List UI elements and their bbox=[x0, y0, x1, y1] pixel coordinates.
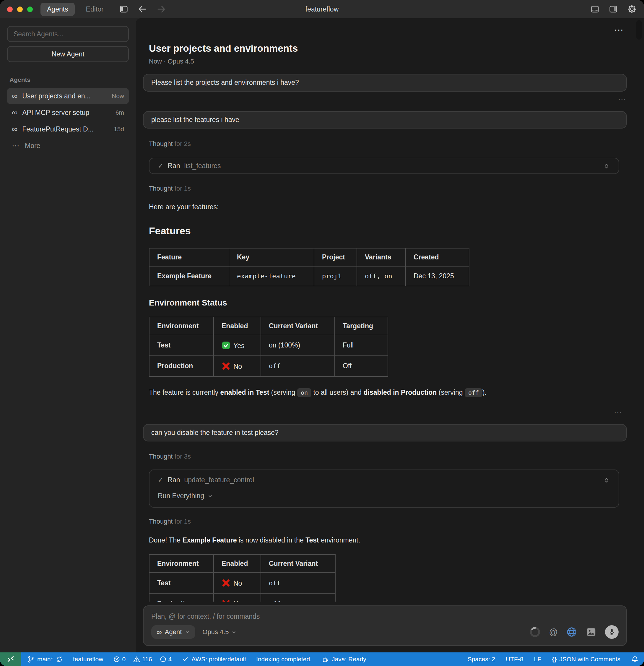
new-agent-button[interactable]: New Agent bbox=[7, 46, 129, 62]
agents-sidebar: Search Agents... New Agent Agents ∞ User… bbox=[0, 18, 136, 652]
aws-profile-status[interactable]: AWS: profile:default bbox=[182, 656, 246, 663]
table-cell: off, on bbox=[357, 266, 406, 286]
tool-name: update_feature_control bbox=[184, 476, 254, 484]
mention-context-icon[interactable]: @ bbox=[549, 627, 558, 637]
scrollbar-thumb[interactable] bbox=[636, 20, 642, 40]
composer-placeholder: Plan, @ for context, / for commands bbox=[151, 613, 619, 620]
run-everything-dropdown[interactable]: Run Everything bbox=[158, 492, 610, 500]
eol-status[interactable]: LF bbox=[534, 656, 541, 663]
table-cell: Test bbox=[149, 335, 214, 356]
check-icon: ✓ bbox=[158, 162, 163, 170]
toggle-right-panel-icon[interactable] bbox=[609, 4, 618, 14]
table-cell: Dec 13, 2025 bbox=[406, 266, 469, 286]
agents-section-label: Agents bbox=[10, 76, 126, 83]
table-cell: example-feature bbox=[229, 266, 314, 286]
forward-arrow-icon[interactable] bbox=[156, 4, 166, 14]
table-cell: Production bbox=[149, 356, 214, 376]
column-header: Targeting bbox=[335, 317, 388, 335]
microphone-button[interactable] bbox=[605, 625, 619, 639]
table-cell: off bbox=[261, 573, 335, 593]
column-header: Key bbox=[229, 248, 314, 266]
close-window-button[interactable] bbox=[7, 6, 13, 12]
user-message: Please list the projects and environment… bbox=[143, 74, 627, 92]
remote-icon bbox=[6, 655, 15, 664]
message-actions-button[interactable]: ⋯ bbox=[143, 95, 627, 100]
table-row: Production No off Off bbox=[149, 356, 388, 376]
search-input[interactable]: Search Agents... bbox=[7, 26, 129, 42]
tab-editor[interactable]: Editor bbox=[79, 3, 110, 16]
features-table: Feature Key Project Variants Created Exa… bbox=[149, 248, 469, 286]
encoding-status[interactable]: UTF-8 bbox=[506, 656, 523, 663]
agent-item-label: FeaturePutRequest D... bbox=[22, 125, 94, 133]
remote-indicator[interactable] bbox=[0, 652, 21, 666]
sidebar-item-more[interactable]: ⋯ More bbox=[7, 138, 129, 154]
thought-label: Thought for 2s bbox=[143, 140, 627, 148]
toggle-panel-icon[interactable] bbox=[590, 4, 600, 14]
table-cell: Production bbox=[149, 593, 214, 601]
back-arrow-icon[interactable] bbox=[137, 4, 147, 14]
notifications-bell-icon[interactable] bbox=[631, 655, 639, 663]
table-cell: proj1 bbox=[314, 266, 357, 286]
gear-icon[interactable] bbox=[627, 4, 637, 14]
git-branch-icon bbox=[27, 656, 35, 663]
sidebar-item-user-projects[interactable]: ∞ User projects and en... Now bbox=[7, 88, 129, 104]
agent-mode-dropdown[interactable]: ∞ Agent bbox=[151, 625, 195, 639]
conversation-menu-button[interactable]: ⋯ bbox=[614, 25, 625, 35]
tab-agents[interactable]: Agents bbox=[40, 3, 75, 16]
table-cell: on (100%) bbox=[261, 335, 335, 356]
infinity-icon: ∞ bbox=[12, 125, 17, 133]
project-name-status[interactable]: featureflow bbox=[73, 656, 103, 663]
expand-collapse-icon[interactable] bbox=[603, 476, 610, 484]
table-cell: No bbox=[214, 593, 261, 601]
zoom-window-button[interactable] bbox=[27, 6, 33, 12]
table-cell: off bbox=[261, 593, 335, 601]
check-icon bbox=[182, 656, 189, 663]
table-row: Example Feature example-feature proj1 of… bbox=[149, 266, 469, 286]
agent-item-time: 6m bbox=[115, 109, 124, 116]
column-header: Current Variant bbox=[261, 317, 335, 335]
table-cell: Test bbox=[149, 573, 214, 593]
minimize-window-button[interactable] bbox=[17, 6, 23, 12]
java-status[interactable]: Java: Ready bbox=[322, 656, 366, 663]
problems-status[interactable]: 0 116 4 bbox=[113, 656, 172, 663]
expand-collapse-icon[interactable] bbox=[603, 162, 610, 170]
sidebar-item-featureputrequest[interactable]: ∞ FeaturePutRequest D... 15d bbox=[7, 121, 129, 137]
git-branch-status[interactable]: main* bbox=[27, 656, 63, 663]
agent-item-label: API MCP server setup bbox=[22, 109, 89, 117]
message-composer[interactable]: Plan, @ for context, / for commands ∞ Ag… bbox=[143, 606, 627, 646]
tool-run-card[interactable]: ✓ Ran update_feature_control Run Everyth… bbox=[149, 470, 619, 508]
toggle-sidebar-icon[interactable] bbox=[119, 4, 128, 14]
thought-label: Thought for 1s bbox=[143, 185, 627, 192]
chevron-down-icon bbox=[207, 493, 214, 500]
user-message: please list the features i have bbox=[143, 111, 627, 129]
cross-emoji-icon bbox=[221, 362, 230, 370]
inline-code: off bbox=[465, 388, 482, 397]
coffee-cup-icon bbox=[322, 656, 329, 663]
table-row: Production No off bbox=[149, 593, 335, 601]
indentation-status[interactable]: Spaces: 2 bbox=[468, 656, 495, 663]
column-header: Current Variant bbox=[261, 555, 335, 573]
agent-item-label: User projects and en... bbox=[22, 92, 90, 100]
tool-run-prefix: Ran bbox=[167, 162, 180, 170]
column-header: Project bbox=[314, 248, 357, 266]
message-actions-button[interactable]: ⋯ bbox=[143, 409, 623, 414]
tool-run-card[interactable]: ✓ Ran list_features bbox=[149, 158, 619, 174]
chat-panel: ⋯ User projects and environments Now · O… bbox=[136, 18, 644, 652]
braces-icon: {} bbox=[552, 656, 557, 663]
language-mode-status[interactable]: {}JSON with Comments bbox=[552, 656, 620, 663]
model-dropdown[interactable]: Opus 4.5 bbox=[202, 628, 236, 636]
column-header: Created bbox=[406, 248, 469, 266]
column-header: Enabled bbox=[214, 555, 261, 573]
tool-run-prefix: Ran bbox=[167, 476, 180, 484]
globe-icon[interactable] bbox=[566, 626, 577, 638]
image-attach-icon[interactable] bbox=[586, 626, 597, 638]
sidebar-item-api-mcp[interactable]: ∞ API MCP server setup 6m bbox=[7, 105, 129, 121]
title-bar: Agents Editor featureflow bbox=[0, 0, 644, 18]
table-cell: No bbox=[214, 573, 261, 593]
agent-item-time: Now bbox=[112, 92, 124, 100]
assistant-text: Here are your features: bbox=[149, 203, 627, 211]
indexing-status[interactable]: Indexing completed. bbox=[256, 656, 312, 663]
final-environment-table: Environment Enabled Current Variant Test… bbox=[149, 554, 336, 601]
table-cell: Off bbox=[335, 356, 388, 376]
usage-spinner-icon bbox=[529, 626, 541, 638]
